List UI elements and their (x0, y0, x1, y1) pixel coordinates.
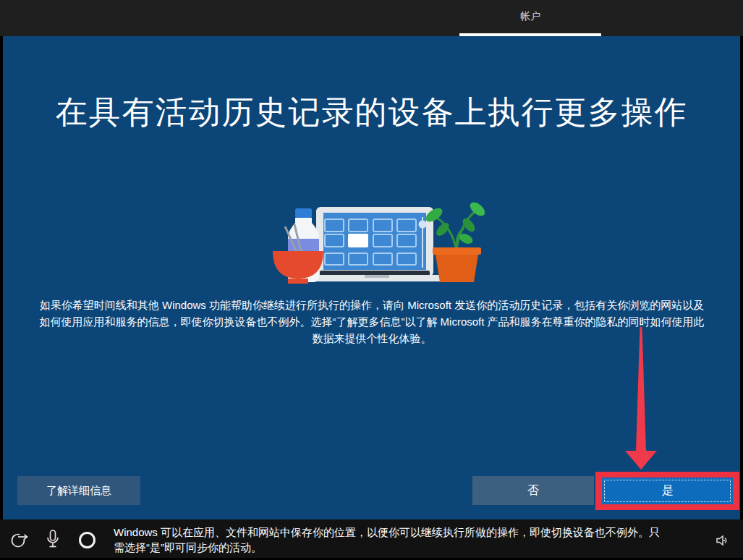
ring-icon[interactable] (79, 532, 95, 548)
main-panel: 在具有活动历史记录的设备上执行更多操作 (3, 36, 740, 519)
yes-label: 是 (662, 483, 674, 499)
tab-account-label: 帐户 (520, 10, 540, 23)
microphone-icon[interactable] (46, 529, 60, 551)
yes-button[interactable]: 是 (602, 478, 733, 504)
footer-message: Windows 可以在应用、文件和网站中保存你的位置，以便你可以继续执行所做的操… (114, 525, 721, 555)
clock-arrow-icon[interactable] (10, 531, 29, 548)
learn-more-label: 了解详细信息 (46, 484, 111, 498)
scrollbar-thumb-icon (419, 221, 427, 229)
red-arrow-annotation-icon (621, 324, 661, 473)
activity-history-illustration (253, 199, 485, 287)
yes-button-highlight-box: 是 (595, 472, 739, 510)
speaker-icon[interactable] (715, 534, 732, 547)
no-button[interactable]: 否 (472, 476, 594, 505)
selected-tile-icon (348, 234, 368, 247)
windows-oobe-activity-history-screen: { "header": { "tab": "帐户" }, "main": { "… (0, 0, 743, 560)
laptop-icon (310, 207, 444, 281)
bottom-bar: Windows 可以在应用、文件和网站中保存你的位置，以便你可以继续执行所做的操… (0, 519, 743, 560)
tab-account[interactable]: 帐户 (459, 0, 601, 33)
page-title: 在具有活动历史记录的设备上执行更多操作 (3, 91, 740, 134)
top-bar: 帐户 (0, 0, 743, 36)
no-label: 否 (527, 483, 539, 499)
learn-more-button[interactable]: 了解详细信息 (17, 476, 140, 505)
